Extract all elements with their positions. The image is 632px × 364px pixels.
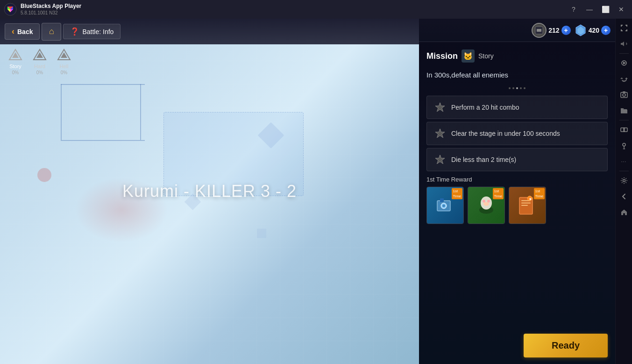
currency2-add-button[interactable]: + — [601, 26, 611, 35]
difficulty-tab-story[interactable]: Story 0% — [5, 47, 26, 77]
story-tab-icon — [8, 49, 22, 63]
currency2-amount: 420 — [589, 27, 599, 34]
svg-rect-38 — [623, 91, 625, 93]
objective-item-1[interactable]: Perform a 20 hit combo — [426, 96, 608, 119]
ready-button[interactable]: Ready — [524, 334, 608, 357]
bs-home-btn[interactable] — [617, 205, 632, 220]
restore-btn[interactable]: ⬜ — [598, 2, 612, 16]
game-area: ‹ Back ⌂ ❓ Battle: Info Story — [0, 19, 419, 364]
mission-label: Mission — [426, 51, 458, 61]
svg-point-41 — [623, 143, 625, 146]
window-controls: ? — ⬜ ✕ — [567, 2, 628, 16]
reward-items-list: 1stTime 1stTime — [426, 187, 608, 224]
difficulty-tab-hell[interactable]: Hell 0% — [53, 47, 75, 77]
story-tab-label: Story — [9, 63, 21, 69]
svg-point-42 — [623, 148, 625, 149]
svg-marker-17 — [435, 129, 445, 138]
hell-tab-label: Hell — [60, 63, 69, 69]
app-logo — [4, 3, 17, 16]
battle-info-label: Battle: Info — [82, 28, 114, 35]
svg-rect-13 — [537, 29, 541, 32]
svg-marker-18 — [435, 155, 445, 164]
help-btn[interactable]: ? — [567, 2, 581, 16]
reward-item-2: 1stTime — [468, 187, 505, 224]
bs-fullscreen-btn[interactable] — [617, 21, 632, 35]
objective-star-1 — [433, 101, 447, 114]
svg-marker-16 — [435, 103, 445, 112]
hell-tab-icon — [57, 49, 71, 63]
hard-tab-pct: 0% — [36, 70, 43, 75]
objective-item-2[interactable]: Clear the stage in under 100 seconds — [426, 122, 608, 145]
svg-rect-30 — [521, 203, 531, 203]
back-button[interactable]: ‹ Back — [5, 23, 40, 40]
reward-section: 1st Time Reward 1stTime — [426, 176, 608, 224]
svg-point-27 — [483, 202, 489, 206]
svg-rect-39 — [621, 128, 625, 132]
svg-rect-31 — [521, 205, 528, 206]
objective-star-3 — [433, 153, 447, 166]
resource-bar: 212 + 420 + — [419, 19, 615, 42]
back-chevron-icon: ‹ — [12, 27, 14, 36]
objective-star-2 — [433, 127, 447, 140]
difficulty-tab-hard[interactable]: Hard 0% — [29, 47, 50, 77]
mission-cat-icon: 🐱 — [462, 49, 475, 63]
svg-point-25 — [483, 200, 485, 203]
currency1-add-button[interactable]: + — [561, 26, 571, 35]
objectives-list: Perform a 20 hit combo Clear the stage i… — [426, 96, 608, 171]
hell-tab-pct: 0% — [61, 70, 67, 75]
reward-title: 1st Time Reward — [426, 176, 608, 183]
objective-text-1: Perform a 20 hit combo — [451, 104, 519, 111]
svg-rect-36 — [621, 92, 627, 98]
main-content: ‹ Back ⌂ ❓ Battle: Info Story — [0, 19, 632, 364]
panel-content: Mission 🐱 Story In 300s,defeat all enemi… — [419, 42, 615, 329]
reward-badge-2: 1stTime — [493, 188, 504, 199]
home-icon: ⌂ — [49, 27, 54, 36]
gem-icon — [575, 24, 587, 36]
objective-text-3: Die less than 2 time(s) — [451, 156, 516, 163]
currency1-avatar — [532, 23, 547, 38]
bs-rotate-btn[interactable] — [617, 71, 632, 86]
bluestacks-sidebar: ··· — [615, 19, 632, 364]
svg-point-43 — [623, 180, 625, 182]
currency1-amount: 212 — [548, 27, 559, 34]
currency2-item: 420 + — [575, 24, 611, 36]
hard-tab-icon — [33, 49, 47, 63]
story-tab-pct: 0% — [12, 70, 19, 75]
right-panel: 212 + 420 + Mission 🐱 Story In 300s,de — [419, 19, 615, 364]
reward-item-1: 1stTime — [426, 187, 464, 224]
bs-screenshot-btn[interactable] — [617, 87, 632, 102]
mission-type: Story — [478, 52, 494, 60]
back-label: Back — [17, 28, 33, 35]
bs-divider-1 — [619, 53, 629, 54]
svg-point-22 — [442, 204, 445, 207]
ready-section: Ready — [419, 329, 615, 364]
svg-rect-40 — [624, 128, 627, 132]
bs-volume-btn[interactable] — [617, 36, 632, 51]
svg-marker-35 — [623, 62, 626, 64]
bs-more-btn[interactable]: ··· — [617, 154, 632, 169]
difficulty-tabs: Story 0% Hard 0% — [5, 47, 75, 77]
svg-rect-20 — [440, 198, 444, 202]
bs-folder-btn[interactable] — [617, 103, 632, 118]
game-topbar: ‹ Back ⌂ ❓ Battle: Info — [0, 19, 419, 44]
battle-info-button[interactable]: ❓ Battle: Info — [63, 24, 121, 39]
bs-settings-btn[interactable] — [617, 173, 632, 188]
mission-description: In 300s,defeat all enemies — [426, 69, 608, 81]
svg-point-26 — [487, 200, 490, 203]
hard-tab-label: Hard — [34, 63, 45, 69]
objective-text-2: Clear the stage in under 100 seconds — [451, 130, 560, 137]
bs-pin-btn[interactable] — [617, 138, 632, 153]
home-button[interactable]: ⌂ — [42, 23, 61, 41]
close-btn[interactable]: ✕ — [614, 2, 628, 16]
objective-item-3[interactable]: Die less than 2 time(s) — [426, 148, 608, 171]
bs-divider-2 — [619, 120, 629, 120]
info-circle-icon: ❓ — [70, 27, 79, 36]
minimize-btn[interactable]: — — [582, 2, 596, 16]
reward-badge-3: 1stTime — [534, 188, 545, 199]
bs-record-btn[interactable] — [617, 56, 632, 70]
app-title-text: BlueStacks App Player 5.8.101.1001 N32 — [21, 3, 81, 16]
reward-badge-1: 1stTime — [452, 188, 462, 199]
bs-resize-btn[interactable] — [617, 122, 632, 137]
bs-divider-3 — [619, 171, 629, 171]
bs-back-btn[interactable] — [617, 189, 632, 204]
